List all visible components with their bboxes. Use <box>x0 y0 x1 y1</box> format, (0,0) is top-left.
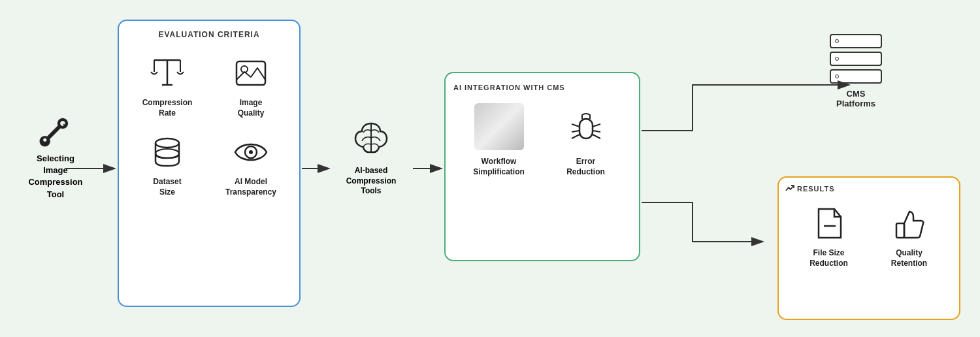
trending-up-icon <box>785 184 794 193</box>
start-node-label: SelectingImageCompressionTool <box>20 153 91 201</box>
compression-rate-label: CompressionRate <box>142 98 193 118</box>
eye-icon <box>230 131 272 173</box>
wrench-icon <box>36 111 75 150</box>
error-reduction-label: ErrorReduction <box>566 157 605 177</box>
eval-item-compression-rate: CompressionRate <box>132 52 203 118</box>
quality-retention-label: QualityRetention <box>891 248 927 268</box>
image-icon <box>230 52 272 94</box>
svg-line-16 <box>593 131 600 132</box>
svg-line-15 <box>593 124 600 127</box>
eval-item-ai-transparency: AI ModelTransparency <box>216 131 286 197</box>
ai-transparency-label: AI ModelTransparency <box>225 177 276 197</box>
file-minus-icon <box>808 202 850 244</box>
file-size-reduction-label: File SizeReduction <box>809 248 848 268</box>
svg-line-17 <box>572 135 580 138</box>
eval-box-title: EVALUATION CRITERIA <box>125 30 293 39</box>
svg-line-14 <box>572 131 580 132</box>
svg-line-18 <box>593 135 600 138</box>
evaluation-criteria-box: EVALUATION CRITERIA CompressionRate <box>118 20 301 307</box>
svg-rect-20 <box>896 223 904 238</box>
svg-rect-12 <box>580 119 593 138</box>
start-node: SelectingImageCompressionTool <box>20 111 91 201</box>
cms-platform-label: CMSPlatforms <box>817 89 895 108</box>
cms-integration-box: AI INTEGRATION WITH CMS WorkflowSimplifi… <box>444 72 640 261</box>
image-quality-label: ImageQuality <box>238 98 265 118</box>
workflow-label: WorkflowSimplification <box>473 157 525 177</box>
diagram-container: SelectingImageCompressionTool EVALUATION… <box>0 0 980 337</box>
eval-item-dataset-size: DatasetSize <box>132 131 203 197</box>
dataset-size-label: DatasetSize <box>153 177 181 197</box>
cms-item-error-reduction: ErrorReduction <box>546 101 626 177</box>
cms-item-workflow: WorkflowSimplification <box>459 101 539 177</box>
svg-point-8 <box>155 149 179 158</box>
server-icon <box>823 33 889 85</box>
svg-line-13 <box>572 124 580 127</box>
cms-platform-node: CMSPlatforms <box>817 33 895 108</box>
results-item-file-size: File SizeReduction <box>792 202 866 268</box>
results-item-quality-retention: QualityRetention <box>872 202 946 268</box>
thumbs-up-icon <box>889 202 930 244</box>
workflow-icon <box>473 101 525 153</box>
database-icon <box>146 131 188 173</box>
brain-icon <box>348 116 394 162</box>
results-box-title: RESULTS <box>785 184 953 193</box>
brain-node: AI-basedCompressionTools <box>332 116 410 197</box>
cms-box-title: AI INTEGRATION WITH CMS <box>453 84 631 91</box>
scale-icon <box>146 52 188 94</box>
results-box: RESULTS File SizeReduction <box>777 176 960 320</box>
svg-point-7 <box>155 138 179 148</box>
svg-point-10 <box>249 150 253 154</box>
brain-node-label: AI-basedCompressionTools <box>332 166 410 197</box>
eval-item-image-quality: ImageQuality <box>216 52 286 118</box>
bug-icon <box>560 101 612 153</box>
